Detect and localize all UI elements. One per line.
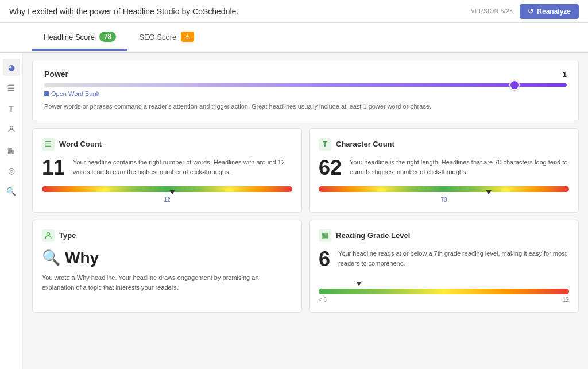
type-header: Type (42, 229, 292, 242)
character-count-body: 62 Your headline is the right length. He… (319, 157, 569, 178)
main-layout: ◕ ☰ T ▦ ◎ 🔍 Power 1 (0, 53, 588, 369)
sidebar-icon-list[interactable]: ☰ (3, 79, 20, 97)
reanalyze-label: Reanalyze (537, 7, 571, 16)
reading-grade-header: ▦ Reading Grade Level (319, 229, 569, 242)
sidebar-icon-bar[interactable]: ▦ (3, 141, 20, 159)
word-count-title: Word Count (59, 140, 102, 148)
character-count-marker (486, 190, 492, 194)
top-bar: Why I excited with the power of Headline… (0, 0, 588, 23)
sidebar-icon-search[interactable]: 🔍 (3, 183, 20, 200)
character-count-label: 70 (319, 197, 569, 203)
seo-tab-label: SEO Score (139, 33, 176, 41)
power-header: Power 1 (44, 70, 567, 79)
reanalyze-icon: ↺ (528, 7, 533, 16)
word-bank-label: Open Word Bank (51, 90, 99, 97)
reading-grade-score: 6 (319, 249, 330, 270)
type-icon (42, 229, 55, 242)
word-count-body: 11 Your headline contains the right numb… (42, 157, 292, 178)
sidebar-icon-chart[interactable]: ◕ (3, 59, 20, 76)
search-magnifier-icon: 🔍 (42, 249, 60, 267)
power-section: Power 1 Open Word Bank Power words or ph… (32, 60, 579, 121)
character-count-title: Character Count (336, 140, 394, 148)
reading-grade-icon: ▦ (319, 229, 331, 242)
content-area: Power 1 Open Word Bank Power words or ph… (23, 53, 588, 369)
word-count-marker (169, 190, 175, 194)
top-bar-right: VERSION 5/25 ↺ Reanalyze (471, 4, 579, 19)
type-value: Why (65, 249, 99, 267)
character-count-icon: T (319, 138, 331, 151)
headline-score-badge: 78 (99, 32, 116, 42)
reading-grade-bar (319, 289, 569, 294)
reading-grade-card: ▦ Reading Grade Level 6 Your headline re… (309, 220, 579, 313)
character-count-desc: Your headline is the right length. Headl… (350, 157, 569, 178)
power-count: 1 (563, 70, 567, 79)
headline-title: Why I excited with the power of Headline… (9, 7, 238, 16)
power-title: Power (44, 70, 68, 79)
reading-grade-labels: < 6 12 (319, 297, 569, 303)
reading-grade-marker (356, 282, 362, 286)
reading-grade-desc: Your headline reads at or below a 7th gr… (338, 249, 569, 269)
tab-headline[interactable]: Headline Score 78 (32, 25, 127, 51)
character-count-bar (319, 186, 569, 192)
seo-warning-badge: ⚠ (181, 32, 194, 42)
word-count-desc: Your headline contains the right number … (73, 157, 292, 178)
character-count-score: 62 (319, 157, 342, 178)
word-count-bar (42, 186, 292, 192)
svg-point-1 (47, 232, 50, 235)
sidebar-icon-person[interactable] (3, 121, 20, 138)
reading-grade-title: Reading Grade Level (336, 231, 410, 240)
word-count-icon: ☰ (42, 138, 55, 151)
power-slider-track (44, 83, 567, 87)
open-word-bank-link[interactable]: Open Word Bank (44, 90, 567, 97)
type-desc: You wrote a Why headline. Your headline … (42, 273, 292, 293)
tab-seo[interactable]: SEO Score ⚠ (127, 25, 206, 51)
reading-grade-body: 6 Your headline reads at or below a 7th … (319, 249, 569, 270)
sidebar-icon-circle[interactable]: ◎ (3, 162, 20, 179)
word-count-card: ☰ Word Count 11 Your headline contains t… (32, 128, 302, 213)
power-slider[interactable] (44, 83, 567, 87)
character-count-bar-container: 70 (319, 186, 569, 203)
headline-tab-label: Headline Score (44, 33, 95, 41)
word-count-bar-container: 12 (42, 186, 292, 203)
reading-grade-label-left: < 6 (319, 297, 327, 303)
version-label: VERSION 5/25 (471, 8, 513, 14)
type-title: Type (59, 231, 76, 240)
word-count-score: 11 (42, 157, 65, 178)
cards-grid: ☰ Word Count 11 Your headline contains t… (32, 128, 579, 313)
character-count-card: T Character Count 62 Your headline is th… (309, 128, 579, 213)
reading-grade-label-right: 12 (563, 297, 569, 303)
word-bank-icon (44, 91, 49, 96)
character-count-header: T Character Count (319, 138, 569, 151)
word-count-label: 12 (42, 197, 292, 203)
type-value-display: 🔍 Why (42, 249, 292, 267)
sidebar: ◕ ☰ T ▦ ◎ 🔍 (0, 53, 23, 369)
word-count-header: ☰ Word Count (42, 138, 292, 151)
sidebar-icon-type[interactable]: T (3, 100, 20, 117)
power-description: Power words or phrases command a reader'… (44, 102, 567, 112)
power-slider-thumb (509, 80, 520, 90)
type-card: Type 🔍 Why You wrote a Why headline. You… (32, 220, 302, 313)
score-tabs: Headline Score 78 SEO Score ⚠ (0, 23, 588, 53)
svg-point-0 (10, 126, 13, 129)
reading-grade-bar-container: < 6 12 (319, 278, 569, 303)
reanalyze-button[interactable]: ↺ Reanalyze (520, 4, 579, 19)
